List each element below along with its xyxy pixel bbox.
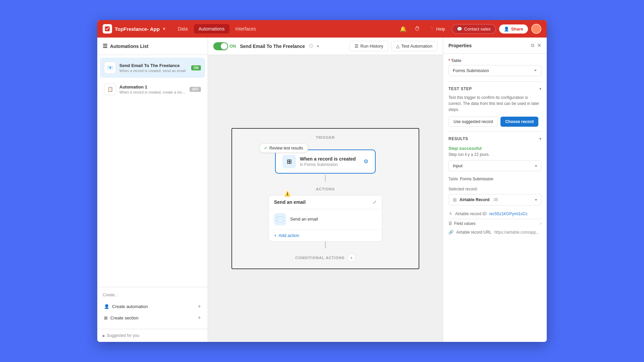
conditional-label: CONDITIONAL ACTIONS xyxy=(295,256,344,260)
input-dropdown[interactable]: Input ▾ xyxy=(448,160,541,171)
menu-icon: ☰ xyxy=(103,43,107,49)
toolbar-right: ☰ Run History △ Test Automation xyxy=(350,41,437,51)
trigger-label: TRIGGER xyxy=(239,135,412,139)
person-icon: 👤 xyxy=(104,304,109,309)
results-section-header[interactable]: RESULTS ▾ xyxy=(448,133,541,144)
nav-logo: TopFreelance- App ▾ xyxy=(103,24,165,34)
email-action-icon: ✉️ xyxy=(274,213,286,225)
table-select[interactable]: Forms Submission xyxy=(448,65,541,76)
run-history-button[interactable]: ☰ Run History xyxy=(350,41,388,51)
airtable-record-num: 35 xyxy=(493,197,498,202)
trigger-area: ⊞ When a record is created In Forms Subm… xyxy=(239,149,412,174)
conditional-add-button[interactable]: + xyxy=(347,254,356,262)
results-label: RESULTS xyxy=(448,136,468,141)
automation-0-badge: ON xyxy=(191,65,201,70)
trigger-title: When a record is created xyxy=(300,156,356,162)
close-button[interactable]: ✕ xyxy=(537,42,541,49)
trigger-card-info: When a record is created In Forms Submis… xyxy=(300,156,356,167)
app-window: TopFreelance- App ▾ Data Automations Int… xyxy=(97,20,547,342)
automation-item-0[interactable]: 📧 Send Email To The Freelance When a rec… xyxy=(100,58,205,78)
use-suggested-record-button[interactable]: Use suggested record xyxy=(448,117,498,127)
canvas-toolbar: ON Send Email To The Freelance ⓘ ▾ ☰ Run… xyxy=(208,38,443,55)
selected-record-label: Selected record: xyxy=(448,187,541,191)
create-automation-button[interactable]: 👤 Create automation + xyxy=(103,301,202,312)
action-card-body[interactable]: ✉️ Send an email xyxy=(269,209,382,230)
share-label: Share xyxy=(511,26,523,32)
chat-icon: 💬 xyxy=(457,26,462,32)
automation-1-name: Automation 1 xyxy=(119,84,186,89)
record-url-label: Airtable record URL xyxy=(456,230,491,235)
results-chevron: ▾ xyxy=(539,136,541,141)
trigger-config-icon[interactable]: ⚙ xyxy=(364,158,368,165)
test-automation-button[interactable]: △ Test Automation xyxy=(391,41,438,51)
trigger-icon: ⊞ xyxy=(282,155,296,168)
toggle-switch[interactable]: ON xyxy=(213,42,236,50)
add-action-label: Add action xyxy=(279,233,299,238)
share-button[interactable]: 👤 Share xyxy=(499,24,528,34)
help-label: Help xyxy=(436,26,445,32)
table-field-row: Table Forms Submission xyxy=(448,174,541,184)
canvas-area: ON Send Email To The Freelance ⓘ ▾ ☰ Run… xyxy=(208,38,443,342)
connector-line-1 xyxy=(325,175,326,182)
notifications-icon[interactable]: 🔔 xyxy=(398,23,409,34)
panel-header: Properties ⧉ ✕ xyxy=(443,38,547,54)
sidebar: ☰ Automations List 📧 Send Email To The F… xyxy=(97,38,208,342)
record-chevron: ▾ xyxy=(535,197,537,202)
sidebar-bottom: Create... 👤 Create automation + ⊞ Create… xyxy=(97,287,208,329)
review-test-results-button[interactable]: ✓ Review test results xyxy=(259,143,308,153)
create-section-button[interactable]: ⊞ Create section + xyxy=(103,312,202,323)
divider-2 xyxy=(448,131,541,132)
review-test-label: Review test results xyxy=(269,146,303,150)
sidebar-header: ☰ Automations List xyxy=(97,38,208,55)
test-step-chevron: ▾ xyxy=(539,86,541,91)
toggle[interactable] xyxy=(213,42,228,50)
history-icon[interactable]: ⏱ xyxy=(412,23,423,34)
expand-icon[interactable]: ⤢ xyxy=(373,199,377,205)
choose-record-button[interactable]: Choose record xyxy=(500,117,538,127)
create-automation-left: 👤 Create automation xyxy=(104,304,148,309)
airtable-record-header[interactable]: ⊞ Airtable Record 35 ▾ xyxy=(453,197,537,202)
action-item-name: Send an email xyxy=(290,217,318,222)
table-field-key: Table xyxy=(448,177,458,181)
app-name: TopFreelance- App xyxy=(115,26,160,32)
record-section: Selected record: ⊞ Airtable Record 35 ▾ xyxy=(448,187,541,238)
toggle-label: ON xyxy=(229,44,236,49)
toggle-knob xyxy=(221,43,227,50)
suggested-label[interactable]: ▶ Suggested for you xyxy=(103,333,202,338)
table-label-text: Table xyxy=(451,58,461,63)
create-section-plus: + xyxy=(198,315,201,321)
app-logo-icon xyxy=(103,24,112,34)
error-badge: ⚠️ xyxy=(283,190,291,198)
add-action-button[interactable]: + Add action xyxy=(269,230,382,241)
nav-interfaces[interactable]: Interfaces xyxy=(231,24,261,34)
nav-automations[interactable]: Automations xyxy=(194,24,229,34)
nav-links: Data Automations Interfaces xyxy=(173,24,261,34)
info-icon[interactable]: ⓘ xyxy=(309,43,313,49)
grid-icon: ⊞ xyxy=(104,315,108,320)
copy-icon[interactable]: ⧉ xyxy=(531,43,534,48)
automation-1-icon: 📋 xyxy=(104,83,116,95)
record-id-value: rec55z1KGPymi1oCc xyxy=(489,212,528,216)
create-section-left: ⊞ Create section xyxy=(104,315,139,320)
user-avatar[interactable] xyxy=(531,24,541,34)
automation-item-1[interactable]: 📋 Automation 1 When a record is created,… xyxy=(100,79,205,99)
chevron-down-icon[interactable]: ▾ xyxy=(317,44,319,49)
automation-1-badge: OFF xyxy=(190,87,201,92)
trigger-card[interactable]: ⊞ When a record is created In Forms Subm… xyxy=(275,149,376,174)
review-btn-wrapper: ✓ Review test results xyxy=(259,143,412,153)
nav-data[interactable]: Data xyxy=(173,24,193,34)
suggested-arrow-icon: ▶ xyxy=(103,334,105,338)
suggested-section: ▶ Suggested for you xyxy=(97,329,208,342)
test-step-section[interactable]: TEST STEP ▾ xyxy=(448,83,541,95)
field-values-row[interactable]: ☰ Field values › xyxy=(448,219,541,228)
help-button[interactable]: ❓ Help xyxy=(426,24,448,34)
app-nav-arrow[interactable]: ▾ xyxy=(163,26,165,31)
record-id-row: Ａ Airtable record ID rec55z1KGPymi1oCc xyxy=(448,209,541,219)
nav-right: 🔔 ⏱ ❓ Help 💬 Contact sales 👤 Share xyxy=(398,23,541,34)
contact-sales-button[interactable]: 💬 Contact sales xyxy=(452,24,496,34)
action-card: Send an email ⤢ ✉️ Send an email + Add a… xyxy=(268,195,382,242)
automation-1-desc: When a record is created, create a recor… xyxy=(119,90,186,94)
create-section-label: Create section xyxy=(110,315,139,320)
automation-0-info: Send Email To The Freelance When a recor… xyxy=(119,63,188,73)
step-run-info: Step run il y a 22 jours. xyxy=(448,152,541,157)
